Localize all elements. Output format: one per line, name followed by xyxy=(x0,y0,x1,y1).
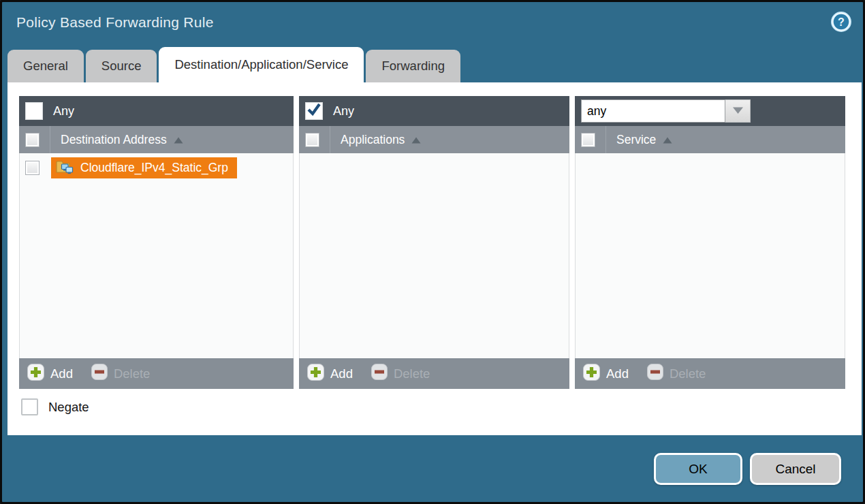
applications-any-bar: Any xyxy=(299,96,569,126)
delete-minus-icon xyxy=(647,364,663,383)
selector-columns: Any Destination Address xyxy=(19,96,845,389)
applications-header-label: Applications xyxy=(341,133,405,147)
add-label: Add xyxy=(330,366,353,381)
destination-column-header[interactable]: Destination Address xyxy=(61,133,183,147)
tab-bar: General Source Destination/Application/S… xyxy=(7,47,460,82)
applications-column: Any Applications xyxy=(299,96,569,389)
service-column-header[interactable]: Service xyxy=(616,133,672,147)
destination-item-label: Cloudflare_IPv4_Static_Grp xyxy=(80,161,228,175)
destination-any-bar: Any xyxy=(19,96,294,126)
destination-footer-bar: Add Delete xyxy=(19,358,294,389)
add-plus-icon xyxy=(307,364,324,384)
sort-ascending-icon xyxy=(663,133,672,147)
destination-list: Cloudflare_IPv4_Static_Grp xyxy=(19,153,294,358)
tab-general[interactable]: General xyxy=(7,50,84,82)
sort-ascending-icon xyxy=(174,133,183,147)
help-glyph: ? xyxy=(838,16,845,28)
tab-source[interactable]: Source xyxy=(86,50,157,82)
delete-label: Delete xyxy=(114,366,150,381)
ok-button[interactable]: OK xyxy=(654,453,742,485)
applications-add-button[interactable]: Add xyxy=(307,364,353,384)
destination-header-bar: Destination Address xyxy=(19,126,294,153)
header-divider xyxy=(330,126,330,153)
tab-forwarding[interactable]: Forwarding xyxy=(366,50,460,82)
applications-any-checkbox[interactable] xyxy=(305,102,323,120)
header-divider xyxy=(50,126,50,153)
service-delete-button[interactable]: Delete xyxy=(647,364,706,383)
dialog-title: Policy Based Forwarding Rule xyxy=(16,14,214,31)
add-label: Add xyxy=(50,366,73,381)
add-label: Add xyxy=(606,366,629,381)
service-list xyxy=(575,153,845,358)
header-divider xyxy=(606,126,606,153)
destination-add-button[interactable]: Add xyxy=(27,364,73,384)
negate-label: Negate xyxy=(48,400,89,415)
sort-ascending-icon xyxy=(411,133,421,147)
destination-any-label: Any xyxy=(53,104,74,119)
delete-minus-icon xyxy=(91,364,108,383)
tab-content: Any Destination Address xyxy=(7,82,862,435)
delete-minus-icon xyxy=(371,364,388,383)
policy-forwarding-dialog: Policy Based Forwarding Rule ? General S… xyxy=(0,0,865,504)
destination-delete-button[interactable]: Delete xyxy=(91,364,150,383)
delete-label: Delete xyxy=(670,366,706,381)
negate-checkbox[interactable] xyxy=(21,398,38,415)
applications-footer-bar: Add Delete xyxy=(299,358,569,389)
help-icon[interactable]: ? xyxy=(830,11,852,33)
table-row: Cloudflare_IPv4_Static_Grp xyxy=(20,153,293,178)
add-plus-icon xyxy=(27,364,44,384)
service-header-bar: Service xyxy=(575,126,845,153)
destination-select-all-checkbox[interactable] xyxy=(25,133,40,147)
applications-any-label: Any xyxy=(333,104,354,119)
destination-any-checkbox[interactable] xyxy=(25,102,43,120)
destination-item-chip[interactable]: Cloudflare_IPv4_Static_Grp xyxy=(51,157,237,178)
delete-label: Delete xyxy=(394,366,430,381)
service-dropdown-bar: any xyxy=(575,96,845,126)
service-dropdown-value[interactable]: any xyxy=(581,99,725,123)
service-select-all-checkbox[interactable] xyxy=(581,133,595,147)
service-add-button[interactable]: Add xyxy=(583,364,629,384)
destination-header-label: Destination Address xyxy=(61,133,167,147)
add-plus-icon xyxy=(583,364,600,384)
service-dropdown: any xyxy=(581,99,751,123)
cancel-button[interactable]: Cancel xyxy=(750,453,841,485)
destination-item-checkbox[interactable] xyxy=(25,161,40,175)
applications-column-header[interactable]: Applications xyxy=(341,133,421,147)
address-group-icon xyxy=(56,159,74,177)
destination-column: Any Destination Address xyxy=(19,96,294,389)
applications-header-bar: Applications xyxy=(299,126,569,153)
service-header-label: Service xyxy=(616,133,656,147)
applications-list xyxy=(299,153,569,358)
applications-delete-button[interactable]: Delete xyxy=(371,364,430,383)
service-column: any Service xyxy=(575,96,845,389)
chevron-down-icon xyxy=(732,105,744,117)
negate-row: Negate xyxy=(21,398,89,415)
service-footer-bar: Add Delete xyxy=(575,358,845,389)
applications-select-all-checkbox[interactable] xyxy=(305,133,319,147)
tab-destination-application-service[interactable]: Destination/Application/Service xyxy=(159,47,364,82)
service-dropdown-button[interactable] xyxy=(725,99,751,123)
checkmark-icon xyxy=(306,102,321,120)
